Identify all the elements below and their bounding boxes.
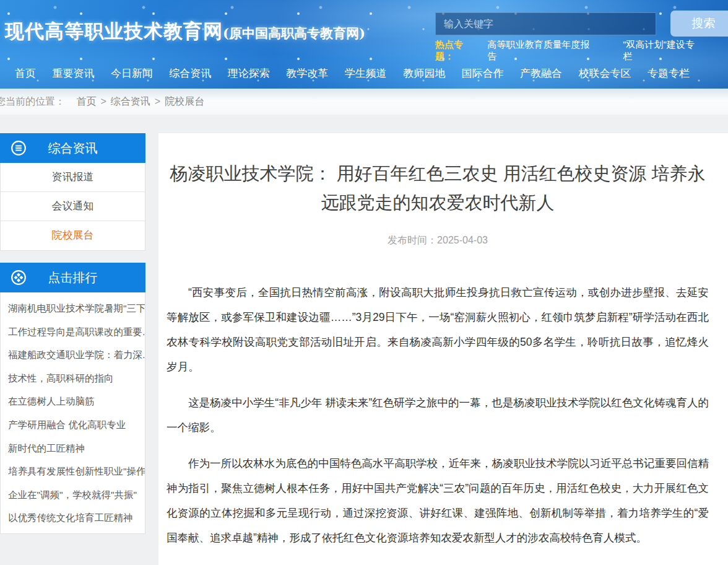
breadcrumb-label: 您当前的位置： [0, 96, 65, 107]
nav-item[interactable]: 教学改革 [286, 66, 328, 81]
hot-topics: 热点专题： 高等职业教育质量年度报告"双高计划"建设专栏 [435, 39, 728, 63]
article-paragraph: 这是杨凌中小学生“非凡少年 耕读未来”红色研学之旅中的一幕，也是杨凌职业技术学院… [167, 390, 709, 440]
breadcrumb-link[interactable]: 院校展台 [165, 96, 204, 107]
nav-item[interactable]: 专题专栏 [648, 66, 690, 81]
ranking-list-item[interactable]: 产学研用融合 优化高职专业 [1, 413, 145, 437]
breadcrumb-separator: > [155, 96, 160, 107]
site-header: 现代高等职业技术教育网(原中国高职高专教育网) 搜索 热点专题： 高等职业教育质… [0, 0, 728, 89]
nav-item[interactable]: 首页 [15, 66, 36, 81]
ranking-list-item[interactable]: 技术性，高职科研的指向 [1, 367, 145, 390]
breadcrumb-link[interactable]: 综合资讯 [111, 96, 150, 107]
ranking-list-item[interactable]: 湖南机电职业技术学院暑期"三下... [1, 297, 145, 320]
ranking-list-item[interactable]: 以优秀传统文化培育工匠精神 [1, 506, 145, 530]
site-logo: 现代高等职业技术教育网(原中国高职高专教育网) [5, 19, 365, 45]
article-paragraph: 作为一所以农林水为底色的中国特色高水平高职学校，近年来，杨凌职业技术学院以习近平… [167, 451, 709, 550]
site-logo-sub: (原中国高职高专教育网) [223, 25, 365, 41]
diamond-circle-icon [11, 269, 27, 286]
search-button[interactable]: 搜索 [670, 11, 728, 37]
breadcrumb-link[interactable]: 首页 [76, 96, 96, 107]
ranking-list-item[interactable]: 福建船政交通职业学院：着力深... [1, 343, 145, 367]
sidebar: 综合资讯 资讯报道会议通知院校展台 点击排行 [0, 133, 145, 546]
sidebar-ranking-header: 点击排行 [0, 263, 145, 292]
sidebar-ranking-title: 点击排行 [48, 269, 98, 286]
ranking-list-item[interactable]: 工作过程导向是高职课改的重要... [1, 320, 145, 344]
list-circle-icon [11, 140, 27, 156]
hot-topic-link[interactable]: "双高计划"建设专栏 [623, 39, 703, 63]
sidebar-category-title: 综合资讯 [48, 140, 98, 157]
main-nav: 首页重要资讯今日新闻综合资讯理论探索教学改革学生频道教师园地国际合作产教融合校联… [0, 60, 728, 89]
nav-item[interactable]: 产教融合 [520, 66, 562, 81]
sidebar-menu-item[interactable]: 院校展台 [1, 221, 145, 250]
ranking-list: 湖南机电职业技术学院暑期"三下...工作过程导向是高职课改的重要...福建船政交… [1, 292, 145, 533]
breadcrumb-separator: > [100, 96, 106, 107]
hot-topics-label: 热点专题： [435, 39, 481, 63]
ranking-list-item[interactable]: 企业在"调频"，学校就得"共振" [1, 483, 145, 507]
nav-item[interactable]: 理论探索 [228, 66, 270, 81]
ranking-list-item[interactable]: 新时代的工匠精神 [1, 437, 145, 460]
site-logo-main: 现代高等职业技术教育网 [5, 20, 223, 42]
search-input[interactable] [435, 12, 656, 35]
nav-item[interactable]: 综合资讯 [169, 66, 211, 81]
sidebar-menu-item[interactable]: 会议通知 [1, 192, 145, 221]
ranking-list-item[interactable]: 在立德树人上动脑筋 [1, 390, 145, 413]
sidebar-menu-item[interactable]: 资讯报道 [1, 163, 145, 192]
sidebar-category-header: 综合资讯 [0, 133, 145, 163]
article-title: 杨凌职业技术学院： 用好百年红色三农史 用活红色校史资源 培养永远跟党走的知农爱… [167, 159, 709, 217]
article-paragraph: “西安事变后，全国抗日热情空前高涨，附设高职大批师生投身抗日救亡宣传运动，或创办… [167, 280, 709, 379]
sidebar-ranking-panel: 点击排行 湖南机电职业技术学院暑期"三下...工作过程导向是高职课改的重要...… [0, 263, 145, 534]
nav-item[interactable]: 国际合作 [462, 66, 504, 81]
nav-item[interactable]: 教师园地 [403, 66, 445, 81]
article-body: “西安事变后，全国抗日热情空前高涨，附设高职大批师生投身抗日救亡宣传运动，或创办… [167, 280, 709, 565]
sidebar-category-list: 资讯报道会议通知院校展台 [0, 163, 145, 251]
hot-topic-link[interactable]: 高等职业教育质量年度报告 [487, 39, 598, 63]
article-publish-date: 发布时间：2025-04-03 [167, 234, 709, 247]
sidebar-category-panel: 综合资讯 资讯报道会议通知院校展台 [0, 133, 145, 251]
nav-item[interactable]: 今日新闻 [111, 66, 153, 81]
breadcrumb: 您当前的位置： 首页>综合资讯>院校展台 [0, 89, 728, 115]
nav-item[interactable]: 重要资讯 [52, 66, 94, 81]
ranking-list-item[interactable]: 培养具有发展性创新性职业"操作... [1, 460, 145, 483]
nav-item[interactable]: 学生频道 [345, 66, 387, 81]
nav-item[interactable]: 校联会专区 [579, 66, 631, 81]
page-body: 综合资讯 资讯报道会议通知院校展台 点击排行 [0, 115, 728, 565]
article-panel: 杨凌职业技术学院： 用好百年红色三农史 用活红色校史资源 培养永远跟党走的知农爱… [158, 133, 728, 565]
